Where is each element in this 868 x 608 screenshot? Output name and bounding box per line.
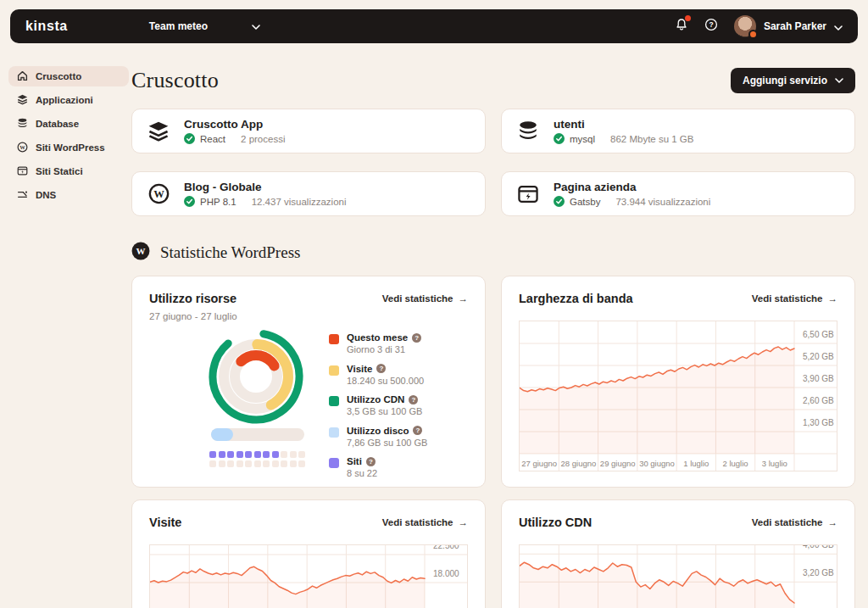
help-icon[interactable]: ? [366,457,376,466]
legend-item: Utilizzo disco? 7,86 GB su 100 GB [329,426,427,448]
layers-icon [146,120,171,142]
team-label: Team meteo [149,20,208,32]
svg-text:4,00 GB: 4,00 GB [803,544,834,549]
view-stats-link[interactable]: Vedi statistiche → [382,517,468,527]
arrow-right-icon: → [459,517,469,527]
disk-usage-bar [211,428,304,441]
svg-text:3 luglio: 3 luglio [762,459,787,468]
site-dot [236,460,243,467]
bandwidth-chart: 6,50 GB5,20 GB3,90 GB2,60 GB1,30 GB27 gi… [519,321,837,471]
service-cards: Cruscotto App React 2 processi utenti my… [131,109,855,216]
svg-text:29 giugno: 29 giugno [600,459,636,468]
home-icon [17,70,28,83]
legend-swatch [329,427,339,438]
avatar [734,15,756,37]
help-icon[interactable]: ? [376,364,386,373]
legend-value: 18.240 su 500.000 [347,376,424,386]
avatar-status-badge [748,30,758,39]
cdn-usage-card: Utilizzo CDN Vedi statistiche → 4,00 GB3… [501,499,855,608]
service-card-utenti[interactable]: utenti mysql 862 Mbyte su 1 GB [501,109,855,153]
topbar: kinsta Team meteo ? Sarah Parker [10,9,858,43]
site-dot [245,451,252,458]
service-meta: 73.944 visualizzazioni [615,197,710,207]
sidebar-item-siti-wordpress[interactable]: W Siti WordPress [8,137,129,158]
page-title: Cruscotto [131,68,219,93]
svg-text:28 giugno: 28 giugno [561,459,597,468]
add-service-button[interactable]: Aggiungi servizio [731,68,855,93]
service-meta: 12.437 visualizzazioni [252,197,347,207]
legend-swatch [329,365,339,376]
svg-text:5,20 GB: 5,20 GB [803,352,834,361]
sidebar-item-siti-statici[interactable]: Siti Statici [8,161,129,181]
service-card-cruscotto-app[interactable]: Cruscotto App React 2 processi [131,109,486,153]
static-site-icon [17,165,28,178]
sidebar-item-applicazioni[interactable]: Applicazioni [8,90,129,110]
legend-value: 7,86 GB su 100 GB [347,438,427,448]
svg-text:18.000: 18.000 [433,569,459,578]
svg-text:22.500: 22.500 [433,544,459,550]
visits-chart: 22.50018.000 [149,544,468,608]
svg-text:2 luglio: 2 luglio [723,459,748,468]
svg-text:3,20 GB: 3,20 GB [803,568,834,577]
success-check-icon [184,196,195,207]
legend-label: Questo mese [347,332,408,343]
site-dot [272,460,279,467]
legend-value: 3,5 GB su 100 GB [347,406,422,416]
sidebar-item-label: Database [36,119,79,129]
svg-text:W: W [153,188,164,200]
site-dot [209,451,216,458]
cdn-chart: 4,00 GB3,20 GB [519,544,837,608]
service-title: utenti [554,118,693,131]
site-dot [290,451,297,458]
site-dot [219,451,225,458]
user-name: Sarah Parker [764,20,826,32]
help-button[interactable]: ? [704,18,718,35]
notification-dot [685,15,691,21]
sidebar-item-cruscotto[interactable]: Cruscotto [8,66,129,86]
sidebar-item-dns[interactable]: DNS [8,185,129,205]
service-status: PHP 8.1 [200,197,236,207]
svg-text:1 luglio: 1 luglio [683,459,709,468]
legend-label: Utilizzo CDN [347,394,404,404]
stats-cards-row2: Visite Vedi statistiche → 22.50018.000 U… [131,499,855,608]
view-stats-link[interactable]: Vedi statistiche → [752,517,837,527]
card-title: Utilizzo CDN [519,516,592,529]
chevron-down-icon [252,20,260,32]
team-selector[interactable]: Team meteo [149,20,260,32]
help-icon[interactable]: ? [412,333,421,343]
visits-card: Visite Vedi statistiche → 22.50018.000 [131,499,486,608]
legend-value: Giorno 3 di 31 [347,344,421,354]
svg-text:W: W [19,143,25,149]
bandwidth-card: Larghezza di banda Vedi statistiche → 6,… [501,276,855,488]
service-card-pagina-azienda[interactable]: Pagina azienda Gatsby 73.944 visualizzaz… [501,171,855,216]
sidebar: Cruscotto Applicazioni Database W Siti W… [8,66,129,209]
site-dot [281,460,287,467]
svg-text:?: ? [709,20,713,29]
legend-swatch [329,334,339,344]
site-dot [263,460,270,467]
view-stats-link[interactable]: Vedi statistiche → [382,293,468,304]
help-icon[interactable]: ? [409,395,418,404]
view-stats-link[interactable]: Vedi statistiche → [752,293,837,304]
sidebar-item-database[interactable]: Database [8,114,129,134]
site-dot [298,451,305,458]
card-title: Larghezza di banda [519,292,633,305]
service-status: Gatsby [570,197,600,207]
help-icon: ? [704,18,718,35]
site-dot [245,460,252,467]
wordpress-badge-icon: W [131,242,150,264]
service-card-blog-globale[interactable]: W Blog - Globale PHP 8.1 12.437 visualiz… [131,171,486,216]
user-menu[interactable]: Sarah Parker [734,15,843,37]
legend-item: Questo mese? Giorno 3 di 31 [329,332,427,354]
site-dot [263,451,270,458]
notifications-button[interactable] [675,18,688,35]
site-dot [236,451,243,458]
service-title: Pagina azienda [554,181,710,193]
resource-usage-card: Utilizzo risorse Vedi statistiche → 27 g… [131,276,486,488]
help-icon[interactable]: ? [413,426,422,435]
kinsta-logo: kinsta [25,19,68,34]
chevron-down-icon [835,78,843,83]
site-dot [281,451,287,458]
legend-item: Visite? 18.240 su 500.000 [329,364,427,386]
database-icon [17,118,28,131]
